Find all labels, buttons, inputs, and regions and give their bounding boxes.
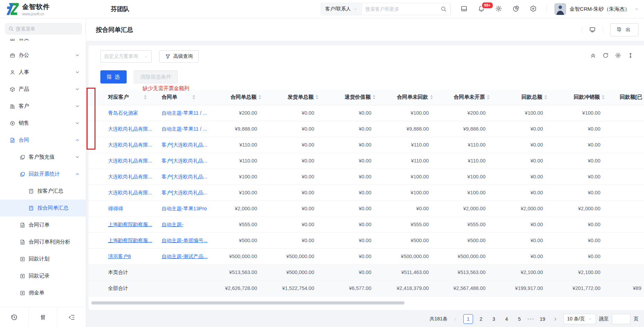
collapse-up-icon[interactable] — [590, 52, 596, 59]
column-header[interactable]: 合同单未开票 — [436, 90, 492, 105]
filter-button[interactable]: 筛 选 — [100, 70, 127, 83]
export-button[interactable]: 导 出 — [610, 23, 638, 36]
chevron-down-icon — [635, 7, 638, 11]
print-icon[interactable] — [589, 26, 596, 33]
money-icon — [20, 290, 25, 296]
contract-link[interactable]: 自动主题-单据编号... — [162, 238, 208, 243]
sidebar-item-13[interactable]: 回款计划 — [0, 250, 86, 267]
contract-link[interactable]: 自动主题-苹果11 / ... — [162, 126, 207, 132]
sidebar-item-14[interactable]: 回款记录 — [0, 267, 86, 284]
message-center-icon[interactable] — [461, 5, 468, 13]
table-row: 演示客户8自动主题-测试产品...¥500,000.00¥500,000.00¥… — [89, 248, 644, 264]
page-button-1[interactable]: 1 — [463, 314, 473, 324]
collapse-sidebar-icon[interactable] — [57, 307, 86, 327]
sidebar-item-7[interactable]: 客户预充值 — [0, 149, 86, 166]
sort-icons[interactable] — [602, 95, 605, 99]
page-button-3[interactable]: 3 — [489, 314, 499, 324]
refresh-icon[interactable] — [602, 52, 609, 59]
sidebar-item-3[interactable]: 产品 — [0, 81, 86, 98]
sort-icons[interactable] — [544, 95, 547, 99]
sort-icons[interactable] — [430, 95, 433, 99]
history-icon[interactable] — [0, 307, 28, 327]
pagination-ellipsis[interactable]: ••• — [527, 316, 535, 322]
customer-link[interactable]: 上海勘察院勘察服... — [108, 222, 152, 227]
jump-suffix-label: 页 — [634, 316, 638, 322]
customer-link[interactable]: 上海勘察院勘察服... — [108, 238, 152, 243]
sidebar-item-0[interactable]: 首页 — [0, 39, 86, 47]
sidebar-item-10[interactable]: 按合同单汇总 — [0, 200, 86, 216]
column-header[interactable]: 合同单未回款 — [378, 90, 436, 105]
customer-link[interactable]: 得得得 — [108, 206, 123, 211]
column-header[interactable]: 回款总额 — [492, 90, 550, 105]
row-height-icon[interactable] — [627, 52, 634, 59]
menu-search-input[interactable] — [16, 26, 79, 32]
sort-icons[interactable] — [258, 95, 261, 99]
sidebar-item-5[interactable]: 销售 — [0, 115, 86, 132]
column-header[interactable]: 回款冲销额 — [550, 90, 607, 105]
sort-icons[interactable] — [487, 95, 490, 99]
sidebar-item-1[interactable]: 办公 — [0, 47, 86, 64]
contract-link[interactable]: 自动主题-苹果13Pro — [162, 206, 207, 211]
sidebar-item-11[interactable]: 合同订单 — [0, 216, 86, 233]
column-header[interactable]: 退货价值额 — [321, 90, 378, 105]
sort-icons[interactable] — [373, 95, 375, 99]
sidebar-item-4[interactable]: 客户 — [0, 98, 86, 115]
page-button-19[interactable]: 19 — [538, 314, 547, 324]
amount-cell: ¥100.00 — [378, 185, 436, 201]
column-header[interactable]: 对应客户 — [98, 90, 162, 105]
search-category-select[interactable]: 客户/联系人 — [321, 3, 362, 15]
customer-link[interactable]: 大连欧尚礼品有限... — [108, 190, 152, 195]
customer-link[interactable]: 大连欧尚礼品有限... — [108, 142, 152, 148]
notifications-icon[interactable]: 99+ — [478, 5, 485, 13]
sidebar-item-2[interactable]: 人事 — [0, 64, 86, 81]
sort-icons[interactable] — [192, 95, 195, 99]
sidebar-item-8[interactable]: 回款开票统计 — [0, 166, 86, 183]
contract-link[interactable]: 客户[大连欧尚礼品... — [162, 174, 207, 179]
column-header[interactable]: 发货单总额 — [264, 90, 321, 105]
contract-link[interactable]: 客户[大连欧尚礼品... — [162, 142, 207, 148]
sidebar-item-9[interactable]: 按客户汇总 — [0, 183, 86, 200]
total-label: 全部合计 — [98, 280, 162, 296]
customer-link[interactable]: 大连欧尚礼品有限... — [108, 126, 152, 132]
amount-cell: ¥0.00 — [264, 137, 321, 153]
global-search-input[interactable] — [365, 6, 441, 12]
sidebar-item-6[interactable]: 合同 — [0, 132, 86, 149]
app-center-icon[interactable] — [530, 5, 537, 13]
customer-cell: 大连欧尚礼品有限... — [98, 185, 162, 201]
table-settings-icon[interactable] — [615, 52, 621, 59]
customer-link[interactable]: 大连欧尚礼品有限... — [108, 158, 152, 164]
sidebar-item-12[interactable]: 合同订单利润分析 — [0, 233, 86, 250]
advanced-query-button[interactable]: 高级查询 — [159, 50, 199, 63]
building-icon — [10, 104, 15, 109]
page-size-select[interactable]: 10 条/页 — [563, 314, 596, 324]
customer-link[interactable]: 演示客户8 — [108, 254, 131, 259]
filter-settings-icon[interactable] — [28, 307, 57, 327]
sort-icons[interactable] — [144, 95, 147, 99]
scheme-query-select[interactable]: 自定义方案查询 — [100, 50, 152, 63]
prev-page-button[interactable] — [451, 314, 460, 324]
page-button-4[interactable]: 4 — [502, 314, 511, 324]
customer-link[interactable]: 大连欧尚礼品有限... — [108, 174, 152, 179]
sort-icons[interactable] — [316, 95, 318, 99]
brand-logo[interactable]: 金智软件 www.jzsoft.cn — [6, 2, 50, 16]
page-button-5[interactable]: 5 — [515, 314, 524, 324]
user-name: 金智CRM-朱砂（朱海杰） — [570, 6, 630, 12]
search-icon[interactable] — [441, 6, 447, 12]
contract-link[interactable]: 自动主题- — [162, 222, 183, 227]
amount-cell: ¥0.00 — [550, 137, 607, 153]
user-menu[interactable]: 金智CRM-朱砂（朱海杰） — [554, 3, 638, 15]
contract-link[interactable]: 自动主题-苹果11 / ... — [162, 110, 207, 116]
column-header[interactable]: 合同单 — [162, 90, 221, 105]
column-header[interactable]: 合同单总额 — [221, 90, 264, 105]
contract-link[interactable]: 客户[大连欧尚礼品... — [162, 190, 207, 195]
next-page-button[interactable] — [551, 314, 560, 324]
jump-page-input[interactable] — [612, 314, 631, 324]
settings-icon[interactable] — [495, 5, 502, 13]
sidebar-item-15[interactable]: 佣金单 — [0, 284, 86, 301]
contract-link[interactable]: 客户[大连欧尚礼品... — [162, 158, 207, 164]
page-button-2[interactable]: 2 — [476, 314, 486, 324]
contract-link[interactable]: 自动主题-测试产品... — [162, 254, 208, 259]
horizontal-scrollbar[interactable] — [91, 301, 405, 304]
reports-icon[interactable] — [513, 5, 519, 13]
customer-link[interactable]: 青岛石化酒家 — [108, 110, 138, 116]
